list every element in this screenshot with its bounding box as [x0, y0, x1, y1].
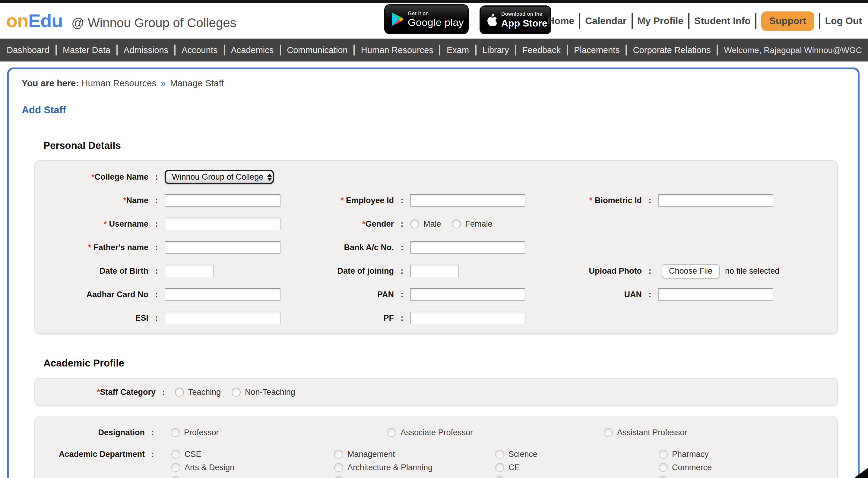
- nav-accounts[interactable]: Accounts: [182, 45, 217, 55]
- topnav-home[interactable]: Home: [548, 15, 574, 26]
- pf-label: PF: [294, 313, 394, 322]
- gender-male-radio[interactable]: [410, 219, 419, 229]
- colon: :: [145, 428, 160, 437]
- nav-feedback[interactable]: Feedback: [522, 45, 561, 55]
- department-science-option: Science: [495, 449, 537, 458]
- logo-college-name: @ Winnou Group of Colleges: [71, 16, 237, 30]
- esi-label: ESI: [35, 313, 148, 322]
- department-me-option: ME: [659, 476, 684, 478]
- pf-input[interactable]: [410, 312, 525, 324]
- academic-department-label: Academic Department: [35, 449, 145, 458]
- colon: :: [394, 196, 410, 205]
- colon: :: [642, 196, 658, 205]
- username-input[interactable]: [165, 217, 280, 230]
- gender-female-label: Female: [465, 219, 493, 229]
- department-management-radio[interactable]: [334, 449, 343, 458]
- department-me-radio[interactable]: [659, 476, 668, 478]
- colon: :: [148, 172, 165, 181]
- app-store-badge[interactable]: Download on the App Store: [481, 7, 550, 33]
- aadhar-label: Aadhar Card No: [35, 290, 148, 299]
- department-eee-radio[interactable]: [171, 476, 180, 478]
- nav-communication[interactable]: Communication: [287, 45, 348, 55]
- topnav-student-info[interactable]: Student Info: [694, 15, 751, 26]
- dob-input[interactable]: [165, 265, 214, 277]
- google-play-badge[interactable]: Get it on Google play: [385, 5, 467, 33]
- staff-category-non-teaching-radio[interactable]: [231, 387, 241, 396]
- designation-department-panel: Designation : Professor Associate Profes…: [34, 416, 838, 478]
- username-label: * Username: [35, 219, 148, 229]
- nav-academics[interactable]: Academics: [231, 45, 274, 55]
- designation-assistant-professor-radio[interactable]: [604, 428, 613, 437]
- pan-input[interactable]: [410, 288, 525, 301]
- topnav-support-button[interactable]: Support: [762, 11, 814, 30]
- breadcrumb: You are here: Human Resources » Manage S…: [22, 78, 224, 88]
- department-row-3: EEE Arts ECE ME: [35, 474, 837, 478]
- colon: :: [148, 243, 165, 252]
- staff-category-non-teaching-label: Non-Teaching: [245, 387, 295, 396]
- designation-associate-professor-radio[interactable]: [387, 428, 396, 437]
- college-name-select[interactable]: Winnou Group of College: [165, 170, 274, 184]
- colon: :: [394, 290, 410, 299]
- designation-professor-radio[interactable]: [171, 428, 180, 437]
- separator: [579, 13, 580, 29]
- department-arts-design-radio[interactable]: [171, 463, 180, 472]
- form-row-college-name: *College Name : Winnou Group of College: [35, 165, 837, 189]
- uan-input[interactable]: [658, 288, 773, 301]
- separator: [688, 13, 689, 29]
- nav-corporate-relations[interactable]: Corporate Relations: [633, 45, 711, 55]
- nav-library[interactable]: Library: [482, 45, 509, 55]
- aadhar-input[interactable]: [165, 288, 280, 301]
- nav-human-resources[interactable]: Human Resources: [361, 45, 433, 55]
- logo-edu: Edu: [28, 10, 63, 31]
- topnav-calendar[interactable]: Calendar: [585, 15, 626, 26]
- fathers-name-input[interactable]: [165, 241, 280, 254]
- nav-placements[interactable]: Placements: [574, 45, 620, 55]
- main-navigation: Dashboard Master Data Admissions Account…: [0, 39, 868, 62]
- dob-label: Date of Birth: [35, 266, 148, 275]
- name-input[interactable]: [165, 194, 280, 207]
- esi-input[interactable]: [165, 312, 280, 324]
- department-science-radio[interactable]: [495, 449, 504, 458]
- topnav-my-profile[interactable]: My Profile: [637, 15, 683, 26]
- department-pharmacy-radio[interactable]: [659, 449, 668, 458]
- separator: [439, 45, 441, 56]
- nav-exam[interactable]: Exam: [447, 45, 469, 55]
- nav-dashboard[interactable]: Dashboard: [7, 45, 50, 55]
- topnav-log-out[interactable]: Log Out: [825, 15, 862, 26]
- department-cse-radio[interactable]: [171, 449, 180, 458]
- breadcrumb-section[interactable]: Human Resources: [82, 78, 156, 88]
- doj-label: Date of joining: [294, 266, 394, 275]
- separator: [626, 45, 627, 56]
- separator: [631, 13, 632, 29]
- pan-label: PAN: [294, 290, 394, 299]
- department-row-1: Academic Department : CSE Management Sci…: [35, 447, 837, 460]
- breadcrumb-arrow-icon: »: [159, 78, 168, 88]
- staff-category-teaching-radio[interactable]: [175, 387, 184, 396]
- logo: onEdu @ Winnou Group of Colleges: [6, 10, 237, 32]
- department-row-2: Arts & Design Architecture & Planning CE…: [35, 460, 837, 474]
- department-ce-radio[interactable]: [495, 463, 504, 472]
- nav-admissions[interactable]: Admissions: [124, 45, 168, 55]
- college-name-selected-value: Winnou Group of College: [172, 172, 263, 181]
- top-black-strip: [0, 0, 868, 3]
- department-ece-option: ECE: [495, 476, 525, 478]
- employee-id-input[interactable]: [410, 194, 525, 207]
- department-architecture-planning-radio[interactable]: [334, 463, 343, 472]
- department-arts-radio[interactable]: [334, 476, 343, 478]
- department-eee-option: EEE: [171, 476, 201, 478]
- department-commerce-radio[interactable]: [659, 463, 668, 472]
- form-row-username-gender: * Username : *Gender : Male Female: [35, 212, 837, 236]
- add-staff-link[interactable]: Add Staff: [22, 104, 66, 116]
- gender-female-radio[interactable]: [452, 219, 461, 229]
- separator: [819, 13, 820, 29]
- separator: [354, 45, 355, 56]
- designation-label: Designation: [35, 428, 145, 437]
- department-ece-radio[interactable]: [495, 476, 504, 478]
- doj-input[interactable]: [410, 265, 459, 277]
- nav-master-data[interactable]: Master Data: [63, 45, 111, 55]
- welcome-text: Welcome, Rajagopal Winnou@WGC: [724, 45, 868, 55]
- breadcrumb-prefix: You are here:: [22, 78, 79, 88]
- bank-ac-input[interactable]: [410, 241, 525, 254]
- choose-file-button[interactable]: Choose File: [662, 264, 720, 278]
- biometric-id-input[interactable]: [658, 194, 773, 207]
